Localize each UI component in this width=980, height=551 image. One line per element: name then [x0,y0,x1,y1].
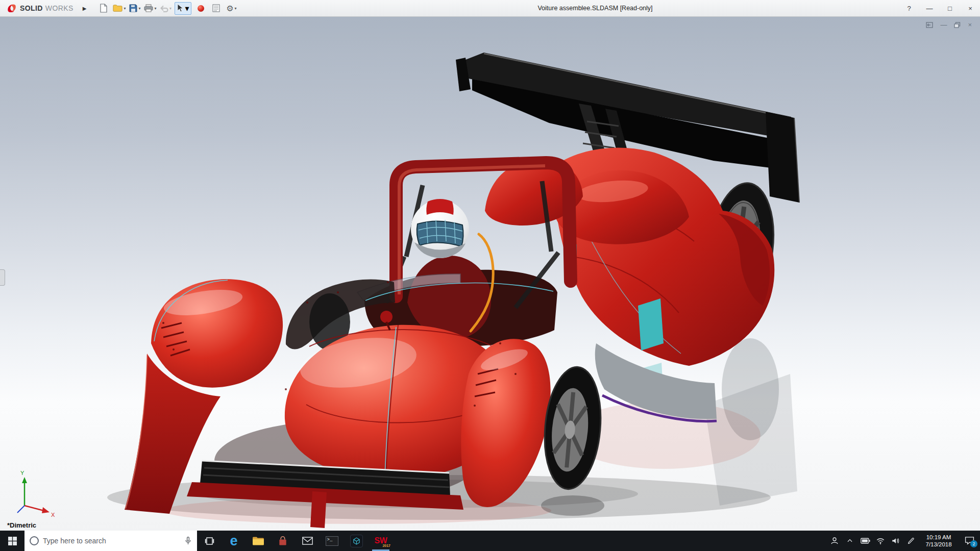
file-properties-button[interactable] [210,2,222,15]
graphics-viewport[interactable]: — × [0,17,980,531]
minimize-button[interactable]: — [925,5,934,12]
open-dropdown-arrow[interactable]: ▾ [124,6,126,11]
menu-flyout-arrow[interactable]: ▶ [79,4,91,13]
command-prompt-button[interactable]: >_ [320,531,344,551]
battery-icon [861,537,870,544]
system-tray: 10:19 AM 7/13/2018 2 [827,531,980,551]
options-dropdown-arrow[interactable]: ▾ [235,6,237,11]
store-button[interactable] [271,531,295,551]
open-document-button[interactable]: ▾ [113,2,126,15]
triad-y-label: Y [20,470,24,476]
command-prompt-icon: >_ [326,536,338,546]
3d-model-canvas[interactable]: Y X [0,17,980,531]
pen-settings-button[interactable] [903,531,919,551]
edge-icon: e [230,534,237,548]
undo-icon [160,5,168,12]
select-tool-button[interactable]: ▾ [175,2,191,15]
open-folder-icon [113,4,122,12]
document-minimize-button[interactable]: — [940,21,947,29]
action-center-button[interactable]: 2 [959,531,980,551]
file-explorer-button[interactable] [246,531,271,551]
battery-button[interactable] [857,531,873,551]
people-button[interactable] [827,531,842,551]
edge-browser-button[interactable]: e [222,531,246,551]
helmet-visor [417,221,463,246]
appearance-button[interactable] [194,2,207,15]
quick-access-toolbar: ▾ ▾ ▾ ▾ [97,2,237,15]
solidworks-logo: SOLIDWORKS [0,3,79,14]
solidworks-ds-mark-icon [6,3,17,14]
new-document-icon [100,4,108,13]
save-dropdown-arrow[interactable]: ▾ [138,6,140,11]
print-dropdown-arrow[interactable]: ▾ [154,6,156,11]
speaker-icon [891,537,900,545]
document-close-button[interactable]: × [968,21,972,29]
mail-button[interactable] [295,531,320,551]
new-document-button[interactable] [97,2,110,15]
print-button[interactable]: ▾ [144,2,156,15]
save-floppy-icon [129,4,137,12]
wifi-icon [876,537,885,545]
windows-taskbar: e >_ SW 2017 [0,531,980,551]
clock-time: 10:19 AM [919,534,959,541]
clock-date: 7/13/2018 [919,541,959,548]
cortana-icon[interactable] [30,536,39,545]
intake-panel[interactable] [638,298,664,350]
people-icon [830,536,839,545]
document-window-controls: — × [926,21,972,29]
cad-viewer-button[interactable] [344,531,369,551]
network-button[interactable] [873,531,888,551]
start-button[interactable] [0,531,24,551]
solidworks-app-icon: SW 2017 [372,534,389,548]
file-properties-icon [212,4,220,12]
volume-button[interactable] [888,531,903,551]
search-input[interactable] [43,537,180,545]
titlebar: SOLIDWORKS ▶ ▾ ▾ [0,0,980,17]
show-pane-icon[interactable] [926,22,933,28]
shopping-bag-icon [278,536,288,546]
appearance-sphere-icon [197,5,205,12]
options-gear-icon: ⚙ [226,4,233,13]
taskbar-clock[interactable]: 10:19 AM 7/13/2018 [919,534,959,548]
close-button[interactable]: × [966,5,975,12]
chevron-up-icon [846,537,853,544]
cad-viewer-icon [350,535,363,547]
solidworks-taskbar-button[interactable]: SW 2017 [369,531,393,551]
microphone-icon[interactable] [184,536,192,546]
options-button[interactable]: ⚙ ▾ [225,2,237,15]
document-restore-icon[interactable] [954,22,961,28]
sw-year: 2017 [382,544,390,547]
help-button[interactable]: ? [904,5,914,12]
notification-badge: 2 [970,540,977,547]
maximize-button[interactable]: □ [945,5,954,12]
document-title: Voiture assemblee.SLDASM [Read-only] [537,5,652,12]
featuremanager-flyout-tab[interactable] [0,269,5,286]
undo-dropdown-arrow[interactable]: ▾ [169,6,172,11]
save-button[interactable]: ▾ [129,2,141,15]
file-explorer-icon [252,536,264,546]
brand-name-light: WORKS [45,4,74,12]
splitter-strut [310,491,327,528]
brand-name-bold: SOLID [20,4,43,12]
select-dropdown-arrow[interactable]: ▾ [185,4,189,13]
mail-envelope-icon [302,537,313,545]
pen-icon [907,537,915,545]
print-icon [144,4,153,12]
windows-logo-icon [8,537,17,545]
task-view-icon [205,537,214,545]
taskbar-search[interactable] [24,531,197,551]
show-hidden-icons-button[interactable] [842,531,857,551]
task-view-button[interactable] [197,531,222,551]
window-controls: ? — □ × [904,0,975,17]
undo-button[interactable]: ▾ [159,2,172,15]
orientation-triad[interactable]: Y X [17,470,55,518]
triad-x-label: X [51,512,55,518]
select-cursor-icon [177,4,184,12]
view-orientation-label: *Dimetric [7,521,36,529]
